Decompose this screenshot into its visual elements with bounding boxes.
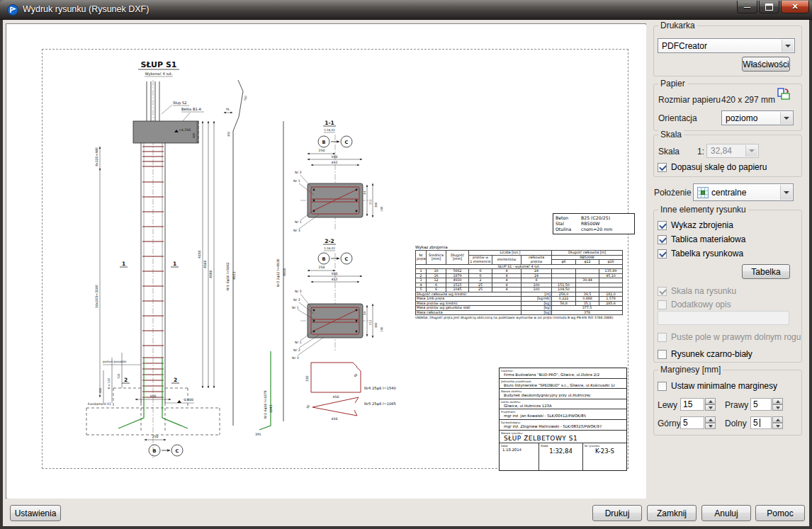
- checkbox-skala-na-rysunku: Skala na rysunku: [658, 286, 736, 296]
- scale-label: Skala: [658, 147, 680, 157]
- sec-side-dim: 150: [380, 326, 383, 332]
- maximize-button[interactable]: [759, 1, 779, 13]
- checkbox-dodatkowy-opis: Dodatkowy opis: [658, 300, 731, 309]
- checkbox-box: [658, 163, 667, 172]
- margin-left-input[interactable]: [680, 398, 704, 411]
- minimize-button[interactable]: [737, 1, 757, 13]
- checkbox-minimal-margins[interactable]: Ustaw minimalne marginesy: [658, 381, 777, 391]
- margin-top-stepper[interactable]: [705, 416, 716, 429]
- orientation-value: poziomo: [726, 113, 757, 123]
- dim-4150: 4150: [198, 250, 201, 258]
- checkbox-label: Rysunek czarno-biały: [671, 349, 752, 359]
- titlebar: Wydruk rysunku (Rysunek DXF): [0, 0, 812, 20]
- margin-bottom-stepper[interactable]: [772, 416, 783, 429]
- dim-1843: 1843: [269, 404, 273, 413]
- margin-top-label: Górny: [658, 419, 681, 428]
- checkbox-fit-to-paper[interactable]: Dopasuj skalę do papieru: [658, 162, 767, 172]
- orientation-dropdown-arrow[interactable]: [780, 112, 792, 124]
- poziom-posadzki-label: poziom posadzki: [103, 360, 126, 363]
- section1-title: 1-1: [325, 120, 334, 126]
- section-2-2: 2-2 1:16,42 B C 250 500: [292, 238, 383, 360]
- dim-450: 450: [333, 395, 339, 399]
- sec2-bar-label: Nr 1: [295, 341, 302, 344]
- app-icon: [7, 4, 18, 16]
- printer-dropdown-arrow[interactable]: [782, 40, 794, 52]
- position-dropdown-arrow[interactable]: [780, 185, 792, 200]
- margin-right-label: Prawy: [725, 400, 748, 410]
- material-label: Stal: [556, 221, 581, 227]
- axis-b-label: B: [322, 256, 326, 262]
- level-bottom-label: -0,400: [183, 398, 193, 402]
- properties-button[interactable]: Właściwości: [742, 57, 790, 72]
- pomoc-button[interactable]: Pomoc: [755, 505, 805, 521]
- material-value: B25 (C20/25): [581, 215, 632, 221]
- rotate-paper-icon[interactable]: [777, 86, 791, 101]
- sec2-bar-label: Nr 2: [295, 290, 302, 293]
- margin-top-input[interactable]: [680, 416, 704, 429]
- sec2-dim-452: 452: [332, 278, 338, 281]
- close-button[interactable]: [781, 1, 809, 13]
- group-skala-title: Skala: [658, 130, 684, 140]
- dim-30: 30: [305, 404, 310, 409]
- sec2-bar-label: Nr 1: [292, 306, 299, 309]
- checkbox-box: [658, 382, 667, 391]
- settings-panel: Drukarka PDFCreator Właściwości Papier R…: [652, 23, 805, 501]
- drawing-subtitle: Wykonać 4 szt.: [145, 72, 172, 76]
- material-label: Beton: [556, 215, 581, 221]
- ustawienia-button[interactable]: Ustawienia: [10, 505, 61, 521]
- stirrup-details: 40 310 450 Nr4 25φ6 l=1540 30 450 Nr5 25…: [305, 363, 396, 421]
- sec1-bar-label: Nr 3: [293, 229, 300, 232]
- section-mark-1-right: 1: [173, 261, 176, 267]
- anuluj-button[interactable]: Anuluj: [701, 505, 751, 521]
- sec2-dim-500: 500: [332, 272, 338, 275]
- group-drukarka-title: Drukarka: [658, 21, 697, 30]
- section2-title: 2-2: [325, 238, 334, 244]
- margin-right-input[interactable]: [750, 398, 772, 411]
- sec2-bar-label: Nr 2: [293, 348, 300, 352]
- sec-side-dim: 300: [374, 322, 378, 328]
- sec1-bar-label: Nr 1: [293, 179, 300, 183]
- dim-250-bottom: 250: [152, 435, 159, 438]
- checkbox-box: [658, 235, 667, 244]
- dim-310: 310: [305, 375, 309, 382]
- dim-4590: 4590: [209, 270, 213, 278]
- rebar-caption: Wykaz zbrojenia: [415, 245, 622, 249]
- group-inne-title: Inne elementy rysunku: [658, 205, 748, 215]
- checkbox-tabelka-rysunkowa[interactable]: Tabelka rysunkowa: [658, 249, 743, 258]
- paper-size-label: Rozmiar papieru: [658, 95, 721, 105]
- section-1-1: 1-1 1:16,42 B C 250 500: [293, 120, 383, 232]
- checkbox-label: Dopasuj skalę do papieru: [671, 162, 767, 172]
- print-preview: SŁUP S1 Wykonać 4 szt. +4,250: [6, 23, 646, 499]
- paper: SŁUP S1 Wykonać 4 szt. +4,250: [7, 25, 646, 499]
- checkbox-box: [658, 333, 667, 342]
- tabelka-button[interactable]: Tabelka: [742, 264, 790, 279]
- paper-size-value: 420 x 297 mm: [721, 95, 775, 105]
- axis-b-label: B: [322, 140, 326, 145]
- checkbox-tablica-materialowa[interactable]: Tablica materiałowa: [658, 234, 745, 244]
- bar-details: 720 75 452 Nr1 6φ16 l=5662 4931 Nr3 2φ12…: [224, 80, 286, 436]
- scale-value-select: 32,84: [706, 144, 759, 158]
- checkbox-wykaz-zbrojenia[interactable]: Wykaz zbrojenia: [658, 220, 733, 230]
- checkbox-label: Ustaw minimalne marginesy: [671, 381, 777, 391]
- dim-391: 391: [255, 433, 261, 436]
- dim-480: 4x120=480: [95, 147, 98, 166]
- fundament-label: Fundament F1: [88, 402, 111, 406]
- rebar-note: UWAGA: Długość pręta jest długością obli…: [415, 316, 622, 320]
- text-caret: [760, 419, 760, 427]
- dim-720-left: 720: [117, 373, 120, 379]
- zamknij-button[interactable]: Zamknij: [647, 505, 697, 521]
- additional-description-input: [658, 311, 789, 325]
- position-select[interactable]: centralne: [693, 183, 794, 201]
- margin-left-stepper[interactable]: [705, 398, 716, 411]
- drukuj-button[interactable]: Drukuj: [592, 505, 642, 521]
- orientation-select[interactable]: poziomo: [721, 110, 794, 125]
- margin-right-stepper[interactable]: [772, 398, 783, 411]
- printer-select[interactable]: PDFCreator: [658, 38, 795, 53]
- axis-bubbles-bottom: B C: [149, 445, 183, 456]
- axis-c-label: C: [345, 140, 349, 145]
- sec2-bar-label: Nr 2: [293, 298, 300, 302]
- margin-bottom-input[interactable]: [750, 416, 772, 429]
- checkbox-label: Tabelka rysunkowa: [671, 249, 743, 258]
- dim-450-tri: 450: [332, 417, 338, 421]
- checkbox-czarno-bialy[interactable]: Rysunek czarno-biały: [658, 349, 752, 359]
